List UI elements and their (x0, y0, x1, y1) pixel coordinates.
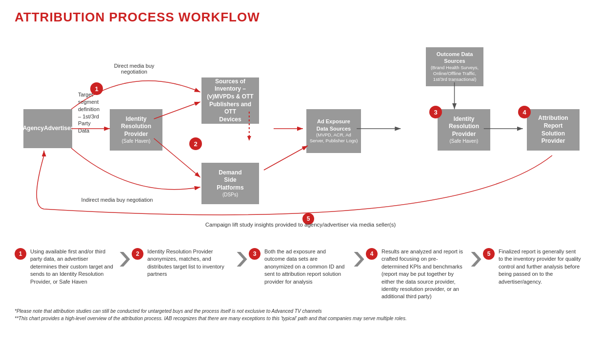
bottom-step-2: 2 Identity Resolution Provider anonymize… (132, 248, 235, 278)
step-2-circle: 2 (189, 137, 202, 150)
svg-marker-15 (354, 252, 364, 267)
step-1-circle: 1 (90, 82, 103, 95)
footnotes: *Please note that attribution studies ca… (15, 307, 586, 322)
workflow-diagram: Agency Advertiser 1 Targetsegmentdefinit… (15, 34, 586, 243)
direct-media-label: Direct media buynegotiation (105, 63, 163, 75)
svg-line-8 (264, 146, 308, 170)
bottom-step-4: 4 Results are analyzed and report is cra… (366, 248, 469, 301)
svg-marker-7 (247, 136, 251, 141)
svg-marker-16 (471, 252, 481, 267)
step-3-circle: 3 (429, 106, 442, 118)
indirect-media-label: Indirect media buy negotiation (78, 197, 156, 203)
bottom-step-1: 1 Using available first and/or third par… (15, 248, 118, 286)
bottom-step-5-num: 5 (483, 248, 495, 260)
attribution-box: Attribution Report Solution Provider (527, 109, 580, 151)
step-arrow-3 (352, 252, 366, 267)
arrows-svg (15, 34, 586, 243)
svg-marker-14 (237, 252, 247, 267)
step-arrow-1 (118, 252, 132, 267)
bottom-steps-section: 1 Using available first and/or third par… (15, 248, 586, 301)
bottom-step-3: 3 Both the ad exposure and outcome data … (249, 248, 352, 286)
agency-box: Agency Advertiser (23, 109, 72, 148)
bottom-step-1-text: Using available first and/or third party… (30, 248, 113, 286)
bottom-step-5-text: Finalized report is generally sent to th… (499, 248, 581, 286)
identity1-box: Identity Resolution Provider (Safe Haven… (110, 109, 162, 151)
identity2-box: Identity Resolution Provider (Safe Haven… (438, 109, 490, 151)
adexposure-box: Ad Exposure Data Sources (MVPD, ACR, Ad … (306, 109, 361, 153)
inventory-box: Sources of Inventory – (v)MVPDs & OTT Pu… (201, 77, 259, 124)
svg-marker-13 (120, 252, 130, 267)
step-4-circle: 4 (518, 106, 531, 118)
bottom-step-1-num: 1 (15, 248, 26, 260)
bottom-step-5: 5 Finalized report is generally sent to … (483, 248, 586, 286)
bottom-step-4-text: Results are analyzed and report is craft… (381, 248, 464, 301)
outcome-box: Outcome Data Sources (Brand Health Surve… (426, 47, 483, 86)
step-arrow-4 (469, 252, 483, 267)
bottom-step-3-num: 3 (249, 248, 260, 260)
bottom-step-2-text: Identity Resolution Provider anonymizes,… (147, 248, 230, 278)
page-title: ATTRIBUTION PROCESS WORKFLOW (15, 10, 586, 25)
campaign-label: Campaign lift study insights provided to… (205, 222, 396, 228)
bottom-step-2-num: 2 (132, 248, 143, 260)
dsp-box: Demand Side Platforms (DSPs) (201, 163, 259, 204)
bottom-step-3-text: Both the ad exposure and outcome data se… (264, 248, 347, 286)
footnote-2: **This chart provides a high-level overv… (15, 315, 586, 322)
step-arrow-2 (235, 252, 249, 267)
bottom-step-4-num: 4 (366, 248, 378, 260)
footnote-1: *Please note that attribution studies ca… (15, 307, 586, 315)
